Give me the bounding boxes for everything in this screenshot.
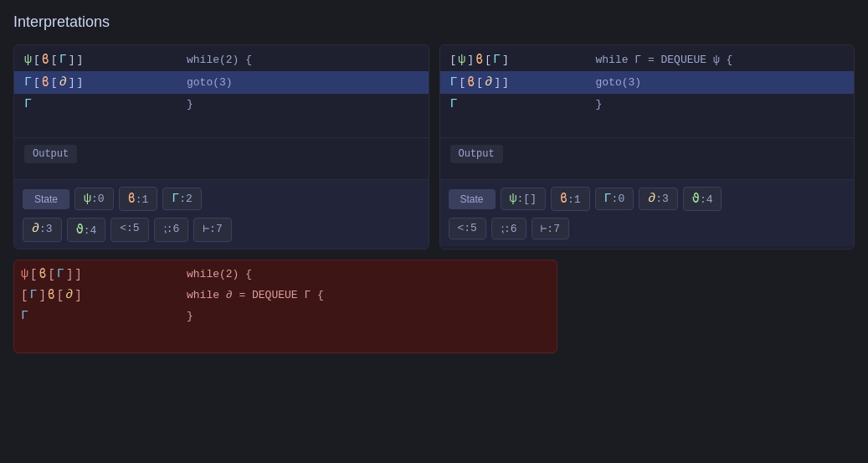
code-text: while(2) { bbox=[180, 52, 422, 68]
state-badge: ⊢:7 bbox=[193, 218, 231, 242]
state-badge: ∂:3 bbox=[23, 218, 62, 242]
state-badge: ϐ:1 bbox=[551, 187, 590, 211]
token-cell: Γ [ ϐ [ ∂ ] ] bbox=[447, 73, 589, 92]
output-area-2: Output bbox=[440, 137, 855, 179]
code-text: while Γ = DEQUEUE ψ { bbox=[589, 52, 848, 68]
token-gamma: Γ bbox=[57, 267, 64, 281]
bottom-code-text: } bbox=[180, 308, 200, 324]
bottom-token-cell: Γ bbox=[21, 309, 180, 323]
interpretation-panel-2: [ ψ ] ϐ [ Γ ] while Γ = DEQUEUE ψ { Γ [ … bbox=[439, 44, 855, 250]
output-label-1: Output bbox=[24, 145, 77, 163]
state-badge: ⁏:6 bbox=[154, 218, 189, 242]
token-cell: Γ [ ϐ [ ∂ ] ] bbox=[21, 73, 180, 92]
token-beta: ϐ bbox=[467, 75, 475, 90]
state-badge: ⁏:6 bbox=[491, 218, 526, 239]
token-gamma: Γ bbox=[59, 53, 67, 67]
code-row: Γ } bbox=[440, 94, 855, 115]
token-delta: ∂ bbox=[485, 75, 492, 90]
bottom-code-text: while ∂ = DEQUEUE Γ { bbox=[180, 287, 331, 303]
state-row-1: ∂:3 ϑ:4 <:5 ⁏:6 ⊢:7 bbox=[14, 218, 429, 249]
state-badge: <:5 bbox=[110, 218, 148, 242]
state-badge: ⊢:7 bbox=[532, 218, 569, 239]
code-area-2: [ ψ ] ϐ [ Γ ] while Γ = DEQUEUE ψ { Γ [ … bbox=[440, 45, 855, 137]
token-gamma: Γ bbox=[450, 97, 458, 111]
code-text: } bbox=[180, 96, 422, 112]
token-cell: [ ψ ] ϐ [ Γ ] bbox=[447, 50, 589, 69]
state-badge: ∂:3 bbox=[639, 188, 678, 210]
token-beta: ϐ bbox=[39, 266, 46, 282]
token-cell: ψ [ ϐ [ Γ ] ] bbox=[21, 50, 180, 69]
code-area-1: ψ [ ϐ [ Γ ] ] while(2) { Γ [ ϐ [ ∂ bbox=[14, 45, 429, 137]
token-gamma: Γ bbox=[450, 75, 458, 90]
token-gamma: Γ bbox=[24, 97, 32, 111]
bottom-code-row: ψ [ ϐ [ Γ ] ] while(2) { bbox=[14, 264, 557, 285]
state-badge: <:5 bbox=[449, 218, 486, 239]
state-label-1: State bbox=[23, 189, 69, 209]
page-title: Interpretations bbox=[13, 13, 855, 31]
token-delta: ∂ bbox=[59, 75, 67, 90]
output-area-1: Output bbox=[14, 137, 429, 179]
token-gamma: Γ bbox=[24, 75, 32, 90]
state-badge: Γ:0 bbox=[595, 188, 634, 210]
bottom-code-row: [ Γ ] ϐ [ ∂ ] while ∂ = DEQUEUE Γ { bbox=[14, 285, 557, 306]
state-badge: ψ:0 bbox=[74, 188, 114, 210]
token-cell: Γ bbox=[447, 95, 589, 113]
code-row-highlighted: Γ [ ϐ [ ∂ ] ] goto(3) bbox=[440, 71, 855, 94]
state-badge: Γ:2 bbox=[162, 188, 202, 210]
token-delta: ∂ bbox=[65, 288, 73, 302]
bottom-code-row: Γ } bbox=[14, 306, 557, 327]
code-row: [ ψ ] ϐ [ Γ ] while Γ = DEQUEUE ψ { bbox=[440, 49, 855, 71]
bottom-token-cell: ψ [ ϐ [ Γ ] ] bbox=[21, 266, 180, 282]
bottom-panel: ψ [ ϐ [ Γ ] ] while(2) { [ Γ ] ϐ [ ∂ ] w… bbox=[13, 260, 557, 353]
token-beta: ϐ bbox=[42, 52, 49, 68]
code-row: ψ [ ϐ [ Γ ] ] while(2) { bbox=[14, 49, 429, 71]
state-label-2: State bbox=[449, 189, 496, 209]
state-area-2: State ψ:[] ϐ:1 Γ:0 ∂:3 ϑ:4 bbox=[440, 179, 855, 218]
token-psi: ψ bbox=[24, 53, 32, 67]
state-area-1: State ψ:0 ϐ:1 Γ:2 bbox=[14, 179, 429, 218]
state-badge: ϑ:4 bbox=[683, 187, 722, 211]
token-beta: ϐ bbox=[48, 287, 55, 303]
code-text: goto(3) bbox=[180, 75, 422, 90]
state-badge: ϑ:4 bbox=[67, 218, 106, 242]
bottom-code-area: ψ [ ϐ [ Γ ] ] while(2) { [ Γ ] ϐ [ ∂ ] w… bbox=[14, 260, 557, 352]
state-badge: ϐ:1 bbox=[119, 187, 158, 211]
token-beta: ϐ bbox=[42, 75, 49, 90]
state-row-2: <:5 ⁏:6 ⊢:7 bbox=[440, 218, 855, 246]
interpretation-panel-1: ψ [ ϐ [ Γ ] ] while(2) { Γ [ ϐ [ ∂ bbox=[13, 44, 429, 250]
token-psi: ψ bbox=[458, 53, 465, 67]
code-text: } bbox=[589, 96, 848, 112]
token-cell: Γ bbox=[21, 95, 180, 113]
code-text: goto(3) bbox=[589, 75, 848, 90]
bottom-token-cell: [ Γ ] ϐ [ ∂ ] bbox=[21, 287, 180, 303]
state-badge: ψ:[] bbox=[501, 188, 546, 210]
output-label-2: Output bbox=[450, 145, 503, 163]
code-row-highlighted: Γ [ ϐ [ ∂ ] ] goto(3) bbox=[14, 71, 429, 94]
token-gamma: Γ bbox=[29, 288, 37, 302]
code-row: Γ } bbox=[14, 94, 429, 115]
token-gamma: Γ bbox=[21, 309, 28, 323]
token-beta: ϐ bbox=[475, 52, 483, 68]
token-gamma: Γ bbox=[493, 53, 501, 67]
token-psi: ψ bbox=[21, 267, 28, 281]
bottom-code-text: while(2) { bbox=[180, 266, 259, 282]
